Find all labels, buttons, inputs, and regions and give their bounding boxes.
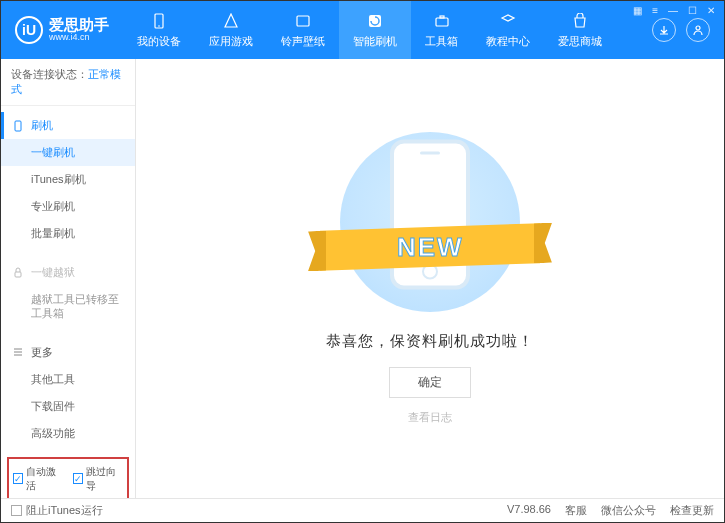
header-actions [652,18,724,42]
jailbreak-note: 越狱工具已转移至工具箱 [1,286,135,327]
section-title: 更多 [31,345,53,360]
banner-text: NEW [397,232,464,263]
checkbox-icon: ✓ [73,473,83,484]
user-button[interactable] [686,18,710,42]
connection-status: 设备连接状态：正常模式 [1,59,135,106]
svg-point-6 [696,26,700,30]
section-more[interactable]: 更多 [1,339,135,366]
success-illustration: NEW [340,132,520,312]
check-update-link[interactable]: 检查更新 [670,503,714,518]
nav-label: 铃声壁纸 [281,34,325,49]
sidebar-item-batch-flash[interactable]: 批量刷机 [1,220,135,247]
checkbox-label: 自动激活 [26,465,63,493]
main-nav: 我的设备 应用游戏 铃声壁纸 智能刷机 工具箱 教程中心 [123,1,652,59]
nav-tutorials[interactable]: 教程中心 [472,1,544,59]
nav-flash[interactable]: 智能刷机 [339,1,411,59]
download-button[interactable] [652,18,676,42]
apps-icon [222,12,240,30]
maximize-button[interactable]: ☐ [685,5,700,16]
ok-button[interactable]: 确定 [389,367,471,398]
svg-rect-8 [15,272,21,277]
checkbox-label: 阻止iTunes运行 [26,503,103,518]
nav-label: 应用游戏 [209,34,253,49]
checkbox-block-itunes[interactable]: 阻止iTunes运行 [11,503,103,518]
nav-label: 教程中心 [486,34,530,49]
checkbox-icon: ✓ [13,473,23,484]
status-label: 设备连接状态： [11,68,88,80]
device-icon [150,12,168,30]
section-flash[interactable]: 刷机 [1,112,135,139]
status-bar: 阻止iTunes运行 V7.98.66 客服 微信公众号 检查更新 [1,498,724,522]
success-message: 恭喜您，保资料刷机成功啦！ [326,332,534,351]
nav-label: 我的设备 [137,34,181,49]
tutorial-icon [499,12,517,30]
logo-icon: iU [15,16,43,44]
checkbox-icon [11,505,22,516]
sidebar-item-other-tools[interactable]: 其他工具 [1,366,135,393]
support-link[interactable]: 客服 [565,503,587,518]
nav-store[interactable]: 爱思商城 [544,1,616,59]
wallpaper-icon [294,12,312,30]
svg-rect-4 [436,18,448,26]
section-title: 一键越狱 [31,265,75,280]
minimize-button[interactable]: — [665,5,681,16]
wechat-link[interactable]: 微信公众号 [601,503,656,518]
pin-icon[interactable]: ≡ [649,5,661,16]
options-highlight: ✓ 自动激活 ✓ 跳过向导 [7,457,129,498]
checkbox-auto-activate[interactable]: ✓ 自动激活 [13,465,63,493]
settings-icon[interactable]: ▦ [630,5,645,16]
phone-icon [11,119,25,133]
svg-rect-5 [440,16,444,18]
nav-toolbox[interactable]: 工具箱 [411,1,472,59]
new-banner: NEW [320,223,540,271]
nav-my-device[interactable]: 我的设备 [123,1,195,59]
sidebar-item-download-firmware[interactable]: 下载固件 [1,393,135,420]
view-log-link[interactable]: 查看日志 [408,410,452,425]
main-content: NEW 恭喜您，保资料刷机成功啦！ 确定 查看日志 [136,59,724,498]
nav-apps[interactable]: 应用游戏 [195,1,267,59]
sidebar: 设备连接状态：正常模式 刷机 一键刷机 iTunes刷机 专业刷机 批量刷机 一… [1,59,136,498]
sidebar-item-advanced[interactable]: 高级功能 [1,420,135,447]
checkbox-label: 跳过向导 [86,465,123,493]
app-header: ▦ ≡ — ☐ ✕ iU 爱思助手 www.i4.cn 我的设备 应用游戏 [1,1,724,59]
brand-logo: iU 爱思助手 www.i4.cn [1,16,123,44]
sidebar-item-pro-flash[interactable]: 专业刷机 [1,193,135,220]
toolbox-icon [433,12,451,30]
checkbox-skip-guide[interactable]: ✓ 跳过向导 [73,465,123,493]
window-controls: ▦ ≡ — ☐ ✕ [630,5,718,16]
version-label: V7.98.66 [507,503,551,518]
close-button[interactable]: ✕ [704,5,718,16]
brand-url: www.i4.cn [49,33,109,43]
store-icon [571,12,589,30]
section-title: 刷机 [31,118,53,133]
nav-label: 智能刷机 [353,34,397,49]
section-jailbreak[interactable]: 一键越狱 [1,259,135,286]
brand-title: 爱思助手 [49,17,109,34]
svg-rect-2 [297,16,309,26]
menu-icon [11,345,25,359]
sidebar-item-itunes-flash[interactable]: iTunes刷机 [1,166,135,193]
nav-ringtones[interactable]: 铃声壁纸 [267,1,339,59]
nav-label: 工具箱 [425,34,458,49]
svg-point-1 [158,25,160,27]
svg-rect-7 [15,121,21,131]
sidebar-item-oneclick-flash[interactable]: 一键刷机 [1,139,135,166]
flash-icon [366,12,384,30]
nav-label: 爱思商城 [558,34,602,49]
lock-icon [11,266,25,280]
